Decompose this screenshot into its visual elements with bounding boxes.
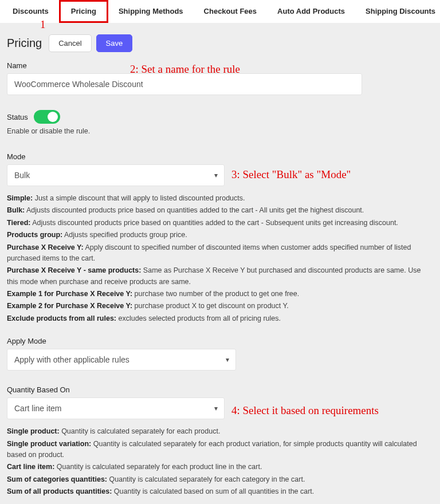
status-label: Status xyxy=(7,113,28,121)
tab-auto-add-products[interactable]: Auto Add Products xyxy=(267,0,355,23)
tab-shipping-discounts[interactable]: Shipping Discounts xyxy=(355,0,440,23)
mode-select[interactable]: Bulk xyxy=(7,164,225,186)
tab-shipping-methods[interactable]: Shipping Methods xyxy=(108,0,194,23)
name-input[interactable] xyxy=(7,73,362,95)
mode-descriptions: Simple: Just a simple discount that will… xyxy=(7,193,433,324)
toggle-knob xyxy=(48,112,58,122)
qty-label: Quantity Based On xyxy=(7,385,433,394)
annotation-3: 3: Select "Bulk" as "Mode" xyxy=(231,168,351,181)
annotation-1: 1 xyxy=(40,18,46,31)
tab-discounts[interactable]: Discounts xyxy=(2,0,59,23)
save-button[interactable]: Save xyxy=(96,34,133,52)
qty-select[interactable]: Cart line item xyxy=(7,397,225,419)
qty-descriptions: Single product: Quantity is calculated s… xyxy=(7,426,433,497)
tab-checkout-fees[interactable]: Checkout Fees xyxy=(194,0,267,23)
apply-mode-label: Apply Mode xyxy=(7,337,433,345)
status-helper: Enable or disable the rule. xyxy=(7,127,433,135)
mode-label: Mode xyxy=(7,152,433,161)
apply-mode-select[interactable]: Apply with other applicable rules xyxy=(7,349,236,371)
tab-pricing[interactable]: Pricing xyxy=(59,0,108,23)
annotation-4: 4: Select it based on requirements xyxy=(231,404,379,417)
cancel-button[interactable]: Cancel xyxy=(49,34,91,52)
top-tabs: Discounts Pricing Shipping Methods Check… xyxy=(0,0,440,23)
status-toggle[interactable] xyxy=(34,110,60,124)
annotation-2: 2: Set a name for the rule xyxy=(130,63,240,76)
page-title: Pricing xyxy=(7,37,42,50)
